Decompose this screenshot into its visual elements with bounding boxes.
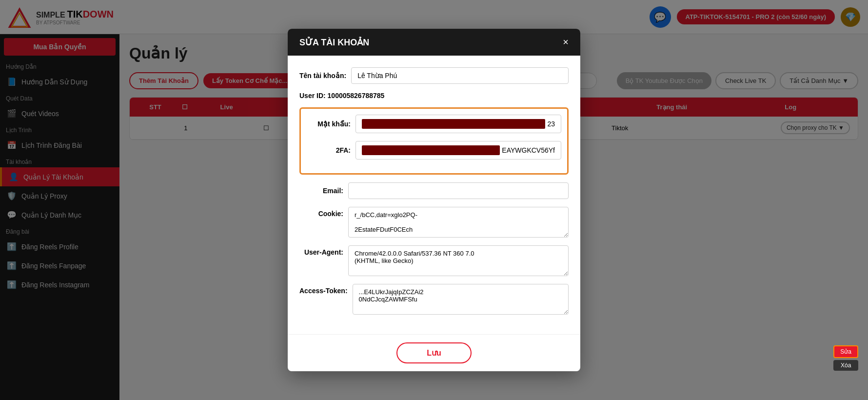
twofa-label: 2FA: bbox=[307, 146, 351, 154]
user-id-row: User ID: 100005826788785 bbox=[299, 92, 569, 100]
user-id-label: User ID: bbox=[299, 92, 328, 100]
ten-tai-khoan-row: Tên tài khoản: bbox=[299, 67, 569, 84]
modal-body: Tên tài khoản: User ID: 100005826788785 … bbox=[288, 56, 580, 334]
modal-close-button[interactable]: × bbox=[563, 37, 569, 48]
modal-footer: Lưu bbox=[288, 334, 580, 371]
mat-khau-label: Mật khẩu: bbox=[307, 120, 351, 128]
twofa-mask bbox=[362, 145, 500, 155]
ten-tai-khoan-label: Tên tài khoản: bbox=[299, 72, 346, 80]
highlight-section: Mật khẩu: 23 2FA: EAYWGKCV56Yf bbox=[299, 107, 569, 175]
access-token-row: Access-Token: ...E4LUkrJajqIpZCZAi2 0NdC… bbox=[299, 284, 569, 315]
cookie-textarea[interactable]: r_/bCC,datr=xglo2PQ- 2EstateFDutF0CEch bbox=[348, 207, 569, 238]
email-row: Email: bbox=[299, 182, 569, 199]
email-label: Email: bbox=[299, 187, 343, 195]
twofa-row: 2FA: EAYWGKCV56Yf bbox=[307, 141, 561, 160]
mat-khau-row: Mật khẩu: 23 bbox=[307, 115, 561, 133]
password-mask bbox=[362, 119, 545, 129]
delete-button[interactable]: Xóa bbox=[833, 360, 858, 371]
cookie-label: Cookie: bbox=[299, 207, 343, 218]
access-token-textarea[interactable]: ...E4LUkrJajqIpZCZAi2 0NdCJcqZAWMFSfu bbox=[353, 284, 569, 315]
row-actions: Sửa Xóa bbox=[833, 345, 858, 371]
access-token-label: Access-Token: bbox=[299, 284, 348, 295]
user-agent-label: User-Agent: bbox=[299, 245, 343, 256]
edit-button[interactable]: Sửa bbox=[833, 345, 858, 358]
user-agent-row: User-Agent: Chrome/42.0.0.0 Safari/537.3… bbox=[299, 245, 569, 276]
ten-tai-khoan-input[interactable] bbox=[351, 67, 569, 84]
twofa-field: EAYWGKCV56Yf bbox=[355, 141, 561, 160]
user-agent-textarea[interactable]: Chrome/42.0.0.0 Safari/537.36 NT 360 7.0… bbox=[348, 245, 569, 276]
mat-khau-suffix: 23 bbox=[547, 120, 555, 128]
modal-title: SỬA TÀI KHOẢN bbox=[299, 37, 369, 48]
mat-khau-field: 23 bbox=[355, 115, 561, 133]
twofa-suffix: EAYWGKCV56Yf bbox=[502, 146, 555, 154]
user-id-value: 100005826788785 bbox=[328, 92, 385, 100]
edit-account-modal: SỬA TÀI KHOẢN × Tên tài khoản: User ID: … bbox=[288, 29, 580, 371]
modal-header: SỬA TÀI KHOẢN × bbox=[288, 29, 580, 56]
email-input[interactable] bbox=[348, 182, 569, 199]
save-button[interactable]: Lưu bbox=[396, 342, 472, 363]
cookie-row: Cookie: r_/bCC,datr=xglo2PQ- 2EstateFDut… bbox=[299, 207, 569, 238]
modal-overlay: SỬA TÀI KHOẢN × Tên tài khoản: User ID: … bbox=[0, 0, 868, 400]
